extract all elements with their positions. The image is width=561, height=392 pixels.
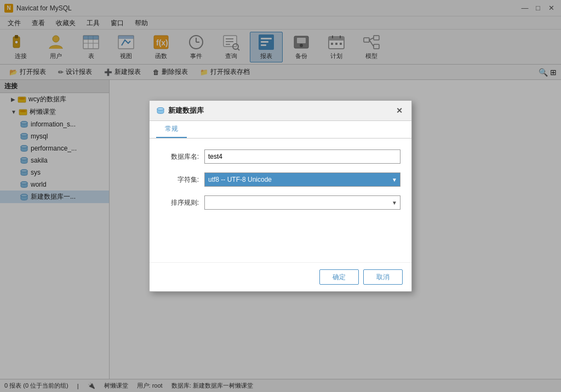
- collation-select-wrapper: ▼: [204, 195, 400, 210]
- dialog-title-icon: [156, 106, 165, 115]
- charset-label: 字符集:: [161, 175, 204, 185]
- new-database-dialog: 新建数据库 ✕ 常规 数据库名: 字符集: utf8 -- UTF-8 Unic…: [149, 100, 412, 292]
- db-name-label: 数据库名:: [161, 152, 204, 162]
- db-name-input[interactable]: [204, 149, 400, 164]
- dialog-tabs: 常规: [150, 121, 411, 139]
- dialog-close-button[interactable]: ✕: [394, 105, 405, 116]
- collation-row: 排序规则: ▼: [161, 195, 400, 210]
- modal-overlay: 新建数据库 ✕ 常规 数据库名: 字符集: utf8 -- UTF-8 Unic…: [0, 0, 561, 392]
- dialog-footer: 确定 取消: [150, 262, 411, 291]
- charset-row: 字符集: utf8 -- UTF-8 Unicode utf8mb4 -- UT…: [161, 172, 400, 187]
- db-name-row: 数据库名:: [161, 149, 400, 164]
- charset-select[interactable]: utf8 -- UTF-8 Unicode utf8mb4 -- UTF-8 U…: [204, 172, 400, 187]
- dialog-title-bar: 新建数据库 ✕: [150, 101, 411, 121]
- dialog-tab-general[interactable]: 常规: [156, 121, 187, 138]
- dialog-body: 数据库名: 字符集: utf8 -- UTF-8 Unicode utf8mb4…: [150, 139, 411, 229]
- charset-select-wrapper: utf8 -- UTF-8 Unicode utf8mb4 -- UTF-8 U…: [204, 172, 400, 187]
- dialog-title-text: 新建数据库: [168, 106, 204, 116]
- collation-select[interactable]: [204, 195, 400, 210]
- confirm-button[interactable]: 确定: [319, 269, 359, 285]
- collation-label: 排序规则:: [161, 198, 204, 207]
- cancel-button[interactable]: 取消: [363, 269, 403, 285]
- svg-point-61: [157, 108, 164, 111]
- dialog-title-left: 新建数据库: [156, 106, 204, 116]
